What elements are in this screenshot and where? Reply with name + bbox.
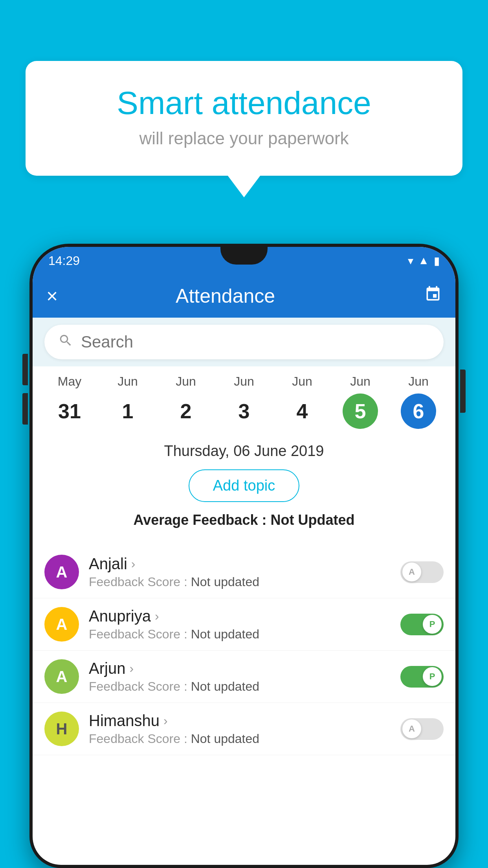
feedback-score: Feedback Score : Not updated: [89, 575, 391, 589]
feedback-score: Feedback Score : Not updated: [89, 732, 391, 746]
app-bar: × Attendance: [33, 274, 455, 318]
student-name: Arjun ›: [89, 660, 391, 677]
chevron-right-icon: ›: [129, 661, 134, 676]
avatar: A: [44, 659, 79, 694]
volume-up-button: [22, 354, 28, 385]
status-time: 14:29: [48, 254, 80, 268]
close-button[interactable]: ×: [46, 286, 58, 306]
chevron-right-icon: ›: [131, 557, 136, 571]
add-topic-button[interactable]: Add topic: [189, 469, 299, 502]
student-list: AAnjali ›Feedback Score : Not updatedAAA…: [33, 546, 455, 755]
avg-feedback-label: Average Feedback :: [134, 512, 271, 528]
attendance-toggle[interactable]: P: [400, 666, 444, 688]
avg-feedback: Average Feedback : Not Updated: [44, 512, 444, 528]
status-bar: 14:29 ▾ ▲ ▮: [33, 247, 455, 274]
avatar: A: [44, 555, 79, 589]
avg-feedback-value: Not Updated: [270, 512, 354, 528]
toggle-switch[interactable]: A: [400, 718, 444, 740]
attendance-toggle[interactable]: A: [400, 561, 444, 583]
list-item[interactable]: AArjun ›Feedback Score : Not updatedP: [33, 651, 455, 703]
cal-month-label: Jun: [234, 374, 254, 389]
chevron-right-icon: ›: [155, 609, 159, 623]
calendar-day[interactable]: Jun1: [110, 374, 145, 429]
power-button: [460, 370, 466, 413]
status-icons: ▾ ▲ ▮: [408, 254, 440, 267]
content-area: Thursday, 06 June 2019 Add topic Average…: [33, 433, 455, 546]
cal-month-label: Jun: [176, 374, 196, 389]
calendar-day[interactable]: Jun4: [284, 374, 320, 429]
speech-bubble-title: Smart attendance: [57, 85, 431, 121]
selected-date: Thursday, 06 June 2019: [44, 443, 444, 460]
cal-date-label: 1: [110, 394, 145, 429]
battery-icon: ▮: [434, 254, 440, 267]
attendance-toggle[interactable]: A: [400, 718, 444, 740]
search-input[interactable]: [81, 333, 430, 351]
volume-down-button: [22, 393, 28, 425]
cal-date-label: 5: [343, 394, 378, 429]
wifi-icon: ▾: [408, 254, 413, 267]
student-name: Anjali ›: [89, 555, 391, 573]
cal-date-label: 3: [226, 394, 262, 429]
toggle-switch[interactable]: P: [400, 614, 444, 635]
avatar: H: [44, 712, 79, 746]
cal-date-label: 6: [401, 394, 436, 429]
avatar: A: [44, 607, 79, 642]
calendar-day[interactable]: Jun3: [226, 374, 262, 429]
feedback-score: Feedback Score : Not updated: [89, 679, 391, 694]
calendar-day[interactable]: May31: [52, 374, 87, 429]
student-info: Arjun ›Feedback Score : Not updated: [89, 660, 391, 694]
calendar-icon[interactable]: [424, 285, 442, 307]
student-name: Himanshu ›: [89, 712, 391, 730]
cal-month-label: Jun: [350, 374, 371, 389]
list-item[interactable]: HHimanshu ›Feedback Score : Not updatedA: [33, 703, 455, 755]
phone-screen: 14:29 ▾ ▲ ▮ × Attendance: [33, 247, 455, 865]
calendar-strip: May31Jun1Jun2Jun3Jun4Jun5Jun6: [33, 366, 455, 433]
cal-month-label: Jun: [292, 374, 312, 389]
student-info: Anjali ›Feedback Score : Not updated: [89, 555, 391, 589]
notch: [220, 247, 268, 265]
chevron-right-icon: ›: [163, 714, 168, 728]
calendar-day[interactable]: Jun6: [401, 374, 436, 429]
search-icon: [58, 333, 73, 351]
signal-icon: ▲: [418, 254, 429, 267]
list-item[interactable]: AAnupriya ›Feedback Score : Not updatedP: [33, 598, 455, 651]
speech-bubble-subtitle: will replace your paperwork: [57, 129, 431, 148]
app-title: Attendance: [70, 285, 381, 307]
search-container: [33, 318, 455, 366]
cal-date-label: 2: [168, 394, 204, 429]
toggle-switch[interactable]: P: [400, 666, 444, 688]
toggle-switch[interactable]: A: [400, 561, 444, 583]
attendance-toggle[interactable]: P: [400, 614, 444, 635]
search-bar[interactable]: [44, 325, 444, 359]
cal-month-label: May: [58, 374, 81, 389]
calendar-day[interactable]: Jun2: [168, 374, 204, 429]
toggle-knob: A: [402, 563, 421, 581]
cal-month-label: Jun: [408, 374, 429, 389]
toggle-knob: A: [402, 719, 421, 738]
feedback-score: Feedback Score : Not updated: [89, 627, 391, 642]
calendar-day[interactable]: Jun5: [343, 374, 378, 429]
toggle-knob: P: [423, 615, 442, 634]
speech-bubble: Smart attendance will replace your paper…: [26, 61, 462, 176]
student-name: Anupriya ›: [89, 607, 391, 625]
cal-month-label: Jun: [117, 374, 138, 389]
toggle-knob: P: [423, 667, 442, 686]
student-info: Anupriya ›Feedback Score : Not updated: [89, 607, 391, 642]
phone-frame: 14:29 ▾ ▲ ▮ × Attendance: [29, 244, 459, 868]
speech-bubble-container: Smart attendance will replace your paper…: [26, 61, 462, 176]
student-info: Himanshu ›Feedback Score : Not updated: [89, 712, 391, 746]
cal-date-label: 31: [52, 394, 87, 429]
cal-date-label: 4: [284, 394, 320, 429]
list-item[interactable]: AAnjali ›Feedback Score : Not updatedA: [33, 546, 455, 598]
